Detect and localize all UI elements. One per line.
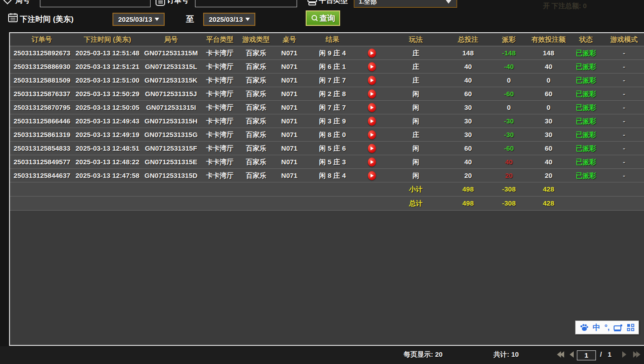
replay-play-icon[interactable] [368, 130, 376, 139]
cell-game-type: 百家乐 [239, 128, 273, 141]
cell-result: 闲 8 庄 4 [306, 169, 359, 182]
cell-round-number: GN0712531315K [141, 74, 200, 87]
menu-grid-icon[interactable] [627, 324, 634, 331]
bet-time-label: 下注时间 (美东) [20, 14, 73, 25]
round-number-input[interactable] [40, 0, 151, 7]
cell-total-bet: 60 [448, 142, 488, 155]
cell-total-bet: 20 [448, 169, 488, 182]
play-triangle [371, 106, 374, 109]
ime-toolbar[interactable]: 中 °, [575, 320, 639, 334]
cell-payout: 0 [488, 101, 529, 114]
cell-round-number: GN0712531315H [141, 114, 200, 128]
cell-game-mode: - [604, 46, 644, 59]
cell-valid-bet: 30 [529, 128, 568, 141]
query-button-label: 查询 [320, 13, 335, 24]
platform-type-select[interactable]: 1.全部 [354, 0, 457, 8]
paw-icon[interactable] [580, 324, 589, 332]
replay-play-icon[interactable] [368, 49, 376, 58]
first-page-button[interactable] [557, 351, 564, 358]
header-cell-empty [359, 33, 384, 46]
replay-play-icon[interactable] [368, 62, 376, 71]
background-bet-total-text: 开 下注总额: 0 [543, 2, 587, 10]
header-cell: 状态 [568, 33, 604, 46]
cell-play-type: 庄 [384, 46, 448, 59]
cell-bet-time: 2025-03-13 12:50:29 [73, 87, 141, 100]
previous-page-icon [570, 351, 574, 358]
cell-replay [359, 155, 384, 168]
date-to-picker[interactable]: 2025/03/13 [203, 13, 255, 26]
replay-play-icon[interactable] [368, 76, 376, 85]
next-page-button[interactable] [622, 351, 626, 358]
order-number-input[interactable] [195, 0, 297, 7]
cell-replay [359, 60, 384, 73]
cell-bet-time: 2025-03-13 12:51:00 [73, 74, 141, 87]
cell-bet-time: 2025-03-13 12:47:58 [73, 169, 141, 182]
cell-game-mode: - [604, 101, 644, 114]
replay-play-icon[interactable] [368, 89, 376, 98]
cell-total-bet: 40 [448, 155, 488, 168]
cell-game-mode: - [604, 155, 644, 168]
platform-type-label: 平台类型 [319, 0, 348, 5]
cell-order-number: 250313125892673 [10, 46, 73, 59]
header-cell: 派彩 [488, 33, 529, 46]
cell-table-number: N071 [273, 128, 306, 141]
cell-replay [359, 101, 384, 114]
previous-page-button[interactable] [570, 351, 574, 358]
ime-mode-chinese[interactable]: 中 [593, 324, 600, 331]
records-table-panel: 订单号下注时间 (美东)局号平台类型游戏类型桌号结果玩法总投注派彩有效投注额状态… [9, 32, 644, 346]
cell-replay [359, 169, 384, 182]
table-row: 250313125854833 2025-03-13 12:48:51 GN07… [10, 142, 644, 155]
cell-order-number: 250313125866446 [10, 114, 73, 128]
current-page-input[interactable]: 1 [577, 350, 596, 360]
cell-order-number: 250313125886930 [10, 60, 73, 73]
ime-punctuation-icon[interactable]: °, [605, 324, 610, 331]
subtotal-valid-bet: 428 [529, 182, 568, 196]
cell-table-number: N071 [273, 46, 306, 59]
cell-result: 闲 6 庄 1 [306, 60, 359, 73]
chevron-down-icon [155, 18, 159, 21]
cell-game-type: 百家乐 [239, 87, 273, 100]
play-triangle [371, 174, 374, 177]
cell-game-type: 百家乐 [239, 155, 273, 168]
header-cell: 有效投注额 [529, 33, 568, 46]
cell-payout: -60 [488, 142, 529, 155]
cell-platform-type: 卡卡湾厅 [200, 169, 239, 182]
pagination-bar: 每页显示: 20 共计: 10 1 / 1 [0, 346, 644, 364]
cell-play-type: 闲 [384, 155, 448, 168]
subtotal-label: 小计 [384, 182, 448, 196]
replay-play-icon[interactable] [368, 144, 376, 153]
replay-play-icon[interactable] [368, 171, 376, 180]
cell-total-bet: 40 [448, 74, 488, 87]
table-row: 250313125876337 2025-03-13 12:50:29 GN07… [10, 87, 644, 101]
cell-replay [359, 142, 384, 155]
cell-order-number: 250313125854833 [10, 142, 73, 155]
cell-result: 闲 5 庄 6 [306, 142, 359, 155]
replay-play-icon[interactable] [368, 117, 376, 126]
cell-status: 已派彩 [568, 46, 604, 59]
date-from-picker[interactable]: 2025/03/13 [112, 13, 165, 26]
header-cell: 桌号 [273, 33, 306, 46]
play-triangle [371, 119, 374, 123]
last-page-button[interactable] [633, 351, 640, 358]
table-body: 250313125892673 2025-03-13 12:51:48 GN07… [10, 46, 644, 182]
next-page-icon [622, 351, 626, 358]
cell-bet-time: 2025-03-13 12:49:43 [73, 114, 141, 128]
table-row: 250313125866446 2025-03-13 12:49:43 GN07… [10, 114, 644, 128]
cell-play-type: 庄 [384, 60, 448, 73]
cell-status: 已派彩 [568, 87, 604, 100]
keyboard-icon[interactable] [614, 324, 623, 331]
cell-valid-bet: 40 [529, 155, 568, 168]
query-button[interactable]: 查询 [306, 10, 340, 26]
cell-platform-type: 卡卡湾厅 [200, 46, 239, 59]
header-cell: 总投注 [448, 33, 488, 46]
cell-payout: -60 [488, 87, 529, 100]
replay-play-icon[interactable] [368, 103, 376, 112]
cell-total-bet: 148 [448, 46, 488, 59]
replay-play-icon[interactable] [368, 157, 376, 167]
cell-round-number: GN0712531315E [141, 155, 200, 168]
cell-round-number: GN0712531315L [141, 60, 200, 73]
cell-platform-type: 卡卡湾厅 [200, 142, 239, 155]
table-row: 250313125886930 2025-03-13 12:51:21 GN07… [10, 60, 644, 74]
subtotal-payout: -308 [488, 182, 529, 196]
cell-play-type: 闲 [384, 101, 448, 114]
